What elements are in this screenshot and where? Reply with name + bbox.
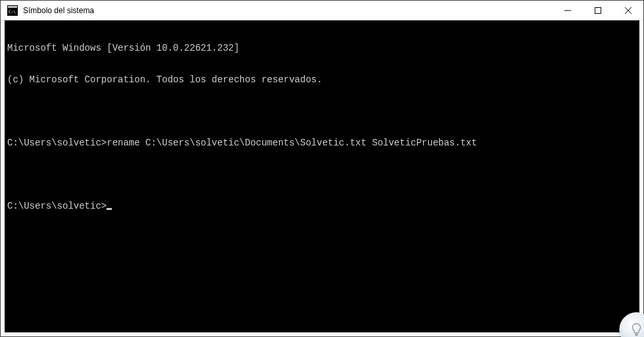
terminal-line (7, 106, 637, 117)
terminal-line: (c) Microsoft Corporation. Todos los der… (7, 74, 637, 85)
terminal-output[interactable]: Microsoft Windows [Versión 10.0.22621.23… (1, 20, 643, 336)
svg-text:C:\: C:\ (9, 9, 16, 14)
cmd-window: C:\ Símbolo del sistema Microsoft Window… (0, 0, 644, 337)
terminal-line: Microsoft Windows [Versión 10.0.22621.23… (7, 43, 637, 53)
close-button[interactable] (613, 1, 643, 20)
svg-rect-4 (595, 7, 601, 13)
terminal-prompt-line: C:\Users\solvetic> (7, 201, 637, 211)
maximize-button[interactable] (583, 1, 613, 20)
window-controls (553, 1, 643, 20)
svg-rect-1 (8, 6, 17, 8)
cursor-icon (107, 208, 112, 210)
terminal-prompt: C:\Users\solvetic> (7, 201, 107, 211)
window-title: Símbolo del sistema (23, 6, 553, 15)
titlebar[interactable]: C:\ Símbolo del sistema (1, 1, 643, 20)
cmd-icon: C:\ (7, 5, 18, 16)
terminal-line: C:\Users\solvetic>rename C:\Users\solvet… (7, 138, 637, 148)
terminal-line (7, 169, 637, 180)
minimize-button[interactable] (553, 1, 583, 20)
